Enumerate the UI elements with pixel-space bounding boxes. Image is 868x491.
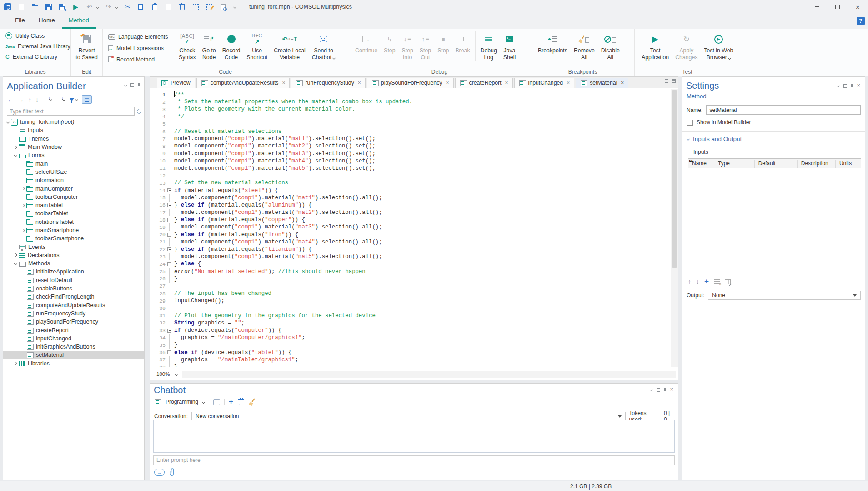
new-conversation-icon[interactable]: + [229, 398, 233, 405]
tree-item-initGraphicsAndButtons[interactable]: initGraphicsAndButtons [3, 343, 144, 351]
output-select[interactable]: None [708, 291, 861, 300]
expander-open-icon[interactable] [5, 119, 11, 125]
expander-open-icon[interactable] [13, 261, 19, 266]
float-panel-icon[interactable] [657, 388, 660, 392]
expander-open-icon[interactable] [13, 152, 19, 158]
tree-item-inputChanged[interactable]: inputChanged [3, 334, 144, 343]
open-file-icon[interactable] [31, 3, 39, 11]
disable-all-button[interactable]: DisableAll [598, 30, 623, 68]
editor-zoom-control[interactable]: 100% [153, 370, 180, 378]
close-button[interactable]: × [848, 0, 868, 14]
scrollbar-thumb[interactable] [672, 90, 677, 268]
tree-filter-input[interactable] [7, 107, 135, 116]
check-syntax-button[interactable]: [ABC]✓ CheckSyntax [176, 30, 199, 61]
refresh-icon[interactable] [136, 108, 142, 114]
collapse-panel-icon[interactable] [837, 84, 840, 87]
tree-item-selectUISize[interactable]: selectUISize [3, 168, 144, 176]
close-tab-icon[interactable]: × [282, 80, 285, 86]
toolbar-overflow-icon[interactable] [233, 5, 236, 8]
code-editor[interactable]: 1/**2 * Sets the material properties whe… [150, 89, 671, 367]
remove-all-button[interactable]: RemoveAll [571, 30, 598, 68]
utility-class-button[interactable]: Utility Class [4, 30, 67, 41]
name-field[interactable] [706, 105, 861, 115]
expander-closed-icon[interactable] [13, 253, 19, 258]
test-application-button[interactable]: ▶ TestApplication [638, 30, 672, 68]
external-java-library-button[interactable]: Java External Java Library [4, 41, 67, 51]
inputs-table[interactable]: ▶▶ NameTypeDefaultDescriptionUnits [688, 158, 861, 274]
zoom-menu-icon[interactable] [173, 370, 180, 378]
close-tab-icon[interactable]: × [358, 80, 361, 86]
delete-icon[interactable] [178, 3, 186, 11]
tree-item-Libraries[interactable]: Libraries [3, 359, 144, 368]
tree-item-Inputs[interactable]: Inputs [3, 126, 144, 134]
minimize-button[interactable] [807, 0, 827, 14]
redo-menu-icon[interactable] [115, 5, 118, 8]
pin-panel-icon[interactable] [138, 83, 140, 86]
tree-item-checkFindProngLength[interactable]: checkFindProngLength [3, 293, 144, 301]
save-as-icon[interactable] [58, 3, 66, 11]
close-panel-icon[interactable]: × [857, 82, 860, 88]
tree-item-Forms[interactable]: Forms [3, 151, 144, 159]
editor-tab-playSoundForFrequency[interactable]: playSoundForFrequency× [367, 78, 454, 88]
tree-item-resetToDefault[interactable]: resetToDefault [3, 276, 144, 284]
editor-tab-createReport[interactable]: createReport× [455, 78, 513, 88]
editor-vertical-scrollbar[interactable] [671, 89, 678, 367]
add-input-icon[interactable]: + [704, 278, 709, 285]
pin-panel-icon[interactable] [664, 388, 666, 391]
fold-marker-icon[interactable] [166, 216, 174, 223]
show-in-model-builder-checkbox[interactable] [687, 120, 693, 126]
move-up-icon[interactable]: ↑ [28, 96, 31, 103]
expander-closed-icon[interactable] [20, 186, 26, 192]
editor-tab-runFrequencyStudy[interactable]: runFrequencyStudy× [291, 78, 365, 88]
pin-panel-icon[interactable] [851, 84, 853, 87]
fold-marker-icon[interactable] [166, 231, 174, 238]
fold-marker-icon[interactable] [166, 246, 174, 253]
editor-tab-inputChanged[interactable]: inputChanged× [514, 78, 575, 88]
fold-marker-icon[interactable] [166, 327, 174, 334]
highlight-region-icon[interactable] [206, 3, 213, 11]
breakpoints-button[interactable]: Breakpoints [535, 30, 571, 68]
clear-conversation-icon[interactable] [249, 399, 255, 405]
find-icon[interactable] [219, 3, 227, 11]
tree-item-toolbarTablet[interactable]: toolbarTablet [3, 209, 144, 218]
tree-item-information[interactable]: information [3, 176, 144, 184]
tree-item-runFrequencyStudy[interactable]: runFrequencyStudy [3, 309, 144, 318]
prompt-input[interactable] [153, 455, 675, 465]
tree-item-toolbarComputer[interactable]: toolbarComputer [3, 193, 144, 201]
fold-marker-icon[interactable] [166, 349, 174, 356]
tree-item-playSoundForFrequency[interactable]: playSoundForFrequency [3, 318, 144, 326]
back-icon[interactable]: ← [7, 96, 14, 103]
save-icon[interactable] [45, 3, 52, 11]
tree-item-mainComputer[interactable]: mainComputer [3, 184, 144, 192]
close-tab-icon[interactable]: × [567, 80, 570, 86]
tree-item-notationsTablet[interactable]: notationsTablet [3, 218, 144, 226]
tree-item-main[interactable]: main [3, 159, 144, 167]
float-panel-icon[interactable] [130, 83, 134, 87]
create-local-variable-button[interactable]: ↶a=T Create LocalVariable [271, 30, 309, 61]
external-c-library-button[interactable]: C External C Library [4, 51, 67, 62]
editor-horizontal-scrollbar[interactable] [182, 371, 676, 378]
tree-item-mainTablet[interactable]: mainTablet [3, 201, 144, 209]
tab-method[interactable]: Method [62, 14, 96, 29]
tree-item-mainSmartphone[interactable]: mainSmartphone [3, 226, 144, 234]
use-shortcut-button[interactable]: B+C↗ UseShortcut [243, 30, 271, 61]
tree-item-toolbarSmartphone[interactable]: toolbarSmartphone [3, 234, 144, 243]
debug-log-button[interactable]: DebugLog [477, 30, 500, 68]
tree-item-Themes[interactable]: Themes [3, 135, 144, 143]
record-method-button[interactable]: Record Method [106, 54, 176, 65]
editor-float-icon[interactable] [665, 79, 668, 83]
collapse-panel-icon[interactable] [650, 388, 653, 391]
mode-select[interactable]: Programming [166, 399, 198, 405]
collapse-all-button[interactable] [43, 97, 52, 102]
paste-icon[interactable] [151, 3, 159, 11]
new-file-icon[interactable] [17, 3, 25, 11]
tree-item-Declarations[interactable]: Declarations [3, 251, 144, 259]
attach-file-icon[interactable] [170, 468, 176, 476]
tree-item-computeAndUpdateResults[interactable]: computeAndUpdateResults [3, 301, 144, 309]
undo-menu-icon[interactable] [96, 5, 99, 8]
inputs-table-body[interactable] [688, 168, 861, 274]
tree-item-setMaterial[interactable]: setMaterial [3, 351, 144, 359]
maximize-button[interactable] [827, 0, 848, 14]
close-panel-icon[interactable]: × [670, 386, 673, 392]
editor-tab-Preview[interactable]: Preview [157, 78, 195, 88]
